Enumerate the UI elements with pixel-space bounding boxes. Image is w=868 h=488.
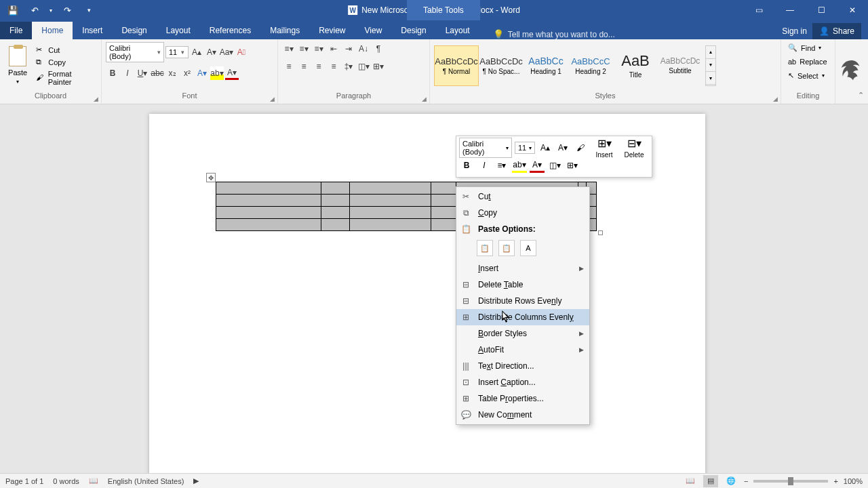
mini-insert-button[interactable]: ⊞▾Insert (591, 137, 618, 159)
text-effects-icon[interactable]: A▾ (195, 66, 209, 80)
ctx-new-comment[interactable]: 💬New Comment (456, 407, 589, 423)
dialog-launcher-icon[interactable]: ◢ (773, 96, 778, 102)
table-move-handle[interactable]: ✥ (206, 173, 216, 182)
mini-font-color-icon[interactable]: A▾ (530, 158, 545, 173)
superscript-button[interactable]: x² (180, 66, 194, 80)
styles-gallery[interactable]: AaBbCcDc¶ NormalAaBbCcDc¶ No Spac...AaBb… (434, 43, 703, 89)
zoom-in-button[interactable]: + (833, 477, 837, 485)
align-center-icon[interactable]: ≡ (297, 60, 311, 73)
numbering-icon[interactable]: ≡▾ (297, 42, 311, 56)
paste-keep-formatting-icon[interactable]: 📋 (477, 240, 493, 256)
align-left-icon[interactable]: ≡ (282, 60, 296, 73)
read-mode-icon[interactable]: 📖 (683, 475, 698, 487)
tab-references[interactable]: References (200, 22, 260, 39)
italic-button[interactable]: I (121, 66, 134, 80)
ctx-table-properties[interactable]: ⊞Table Properties... (456, 390, 589, 407)
macro-icon[interactable]: ▶ (193, 476, 199, 485)
tab-insert[interactable]: Insert (73, 22, 112, 39)
qat-customize-icon[interactable]: ▾ (80, 2, 98, 18)
dialog-launcher-icon[interactable]: ◢ (94, 96, 98, 102)
ctx-cut[interactable]: ✂Cut (456, 188, 589, 205)
font-color-icon[interactable]: A▾ (225, 66, 239, 80)
font-size-combo[interactable]: 11▾ (165, 46, 189, 58)
zoom-level[interactable]: 100% (844, 477, 863, 485)
ctx-distribute-rows[interactable]: ⊟Distribute Rows Evenly (456, 293, 589, 309)
ctx-delete-table[interactable]: ⊟Delete Table (456, 277, 589, 293)
web-layout-icon[interactable]: 🌐 (724, 475, 738, 487)
copy-button[interactable]: ⧉Copy (34, 57, 97, 68)
tab-home[interactable]: Home (32, 22, 73, 39)
mini-bold-button[interactable]: B (459, 158, 474, 173)
ctx-insert-caption[interactable]: ⊡Insert Caption... (456, 374, 589, 390)
mini-format-painter-icon[interactable]: 🖌 (573, 140, 588, 155)
multilevel-list-icon[interactable]: ≡▾ (312, 42, 326, 56)
show-hide-icon[interactable]: ¶ (372, 42, 385, 56)
style-item[interactable]: AaBTitle (613, 45, 658, 86)
style-item[interactable]: AaBbCcDc¶ Normal (434, 45, 479, 86)
print-layout-icon[interactable]: ▤ (703, 475, 718, 487)
font-name-combo[interactable]: Calibri (Body)▾ (106, 42, 164, 62)
mini-highlight-icon[interactable]: ab▾ (512, 158, 527, 173)
sign-in-link[interactable]: Sign in (782, 26, 807, 36)
language-indicator[interactable]: English (United States) (108, 477, 184, 485)
scroll-down-icon[interactable]: ▾ (706, 59, 715, 72)
page-indicator[interactable]: Page 1 of 1 (5, 477, 43, 485)
ctx-border-styles[interactable]: Border Styles▶ (456, 325, 589, 342)
paste-button[interactable]: Paste ▾ (4, 43, 31, 89)
dialog-launcher-icon[interactable]: ◢ (422, 96, 427, 102)
maximize-icon[interactable]: ☐ (806, 0, 837, 20)
increase-indent-icon[interactable]: ⇥ (342, 42, 355, 56)
borders-icon[interactable]: ⊞▾ (372, 60, 385, 73)
styles-scroll[interactable]: ▴ ▾ ▾ (705, 45, 716, 86)
tab-table-design[interactable]: Design (391, 22, 435, 39)
undo-icon[interactable]: ↶ (26, 2, 43, 18)
mini-italic-button[interactable]: I (477, 158, 492, 173)
zoom-out-button[interactable]: − (744, 477, 748, 485)
mini-size-combo[interactable]: 11▾ (515, 142, 535, 154)
justify-icon[interactable]: ≡ (327, 60, 340, 73)
replace-button[interactable]: abReplace (785, 56, 830, 67)
subscript-button[interactable]: x₂ (165, 66, 179, 80)
close-icon[interactable]: ✕ (837, 0, 868, 20)
sort-icon[interactable]: A↓ (357, 42, 370, 56)
tab-table-layout[interactable]: Layout (436, 22, 479, 39)
table-resize-handle[interactable] (598, 230, 603, 235)
minimize-icon[interactable]: — (774, 0, 806, 20)
strikethrough-button[interactable]: abc (151, 66, 164, 80)
change-case-icon[interactable]: Aa▾ (220, 45, 233, 59)
style-item[interactable]: AaBbCcDcSubtitle (658, 45, 703, 86)
mini-grow-font-icon[interactable]: A▴ (538, 140, 553, 155)
zoom-slider[interactable] (753, 480, 828, 483)
ctx-distribute-columns[interactable]: ⊞Distribute Columns Evenly (456, 309, 589, 325)
style-item[interactable]: AaBbCcHeading 1 (524, 45, 568, 86)
paste-text-only-icon[interactable]: A (520, 240, 536, 256)
bullets-icon[interactable]: ≡▾ (282, 42, 296, 56)
redo-icon[interactable]: ↷ (58, 2, 76, 18)
format-painter-button[interactable]: 🖌Format Painter (34, 69, 97, 87)
styles-more-icon[interactable]: ▾ (706, 72, 715, 85)
mini-borders-icon[interactable]: ⊞▾ (565, 158, 580, 173)
mini-align-icon[interactable]: ≡▾ (494, 158, 509, 173)
share-button[interactable]: 👤 Share (812, 23, 861, 39)
tab-mailings[interactable]: Mailings (260, 22, 309, 39)
ribbon-display-options-icon[interactable]: ▭ (743, 0, 774, 20)
find-button[interactable]: 🔍Find▾ (785, 42, 824, 54)
bold-button[interactable]: B (106, 66, 119, 80)
mini-shading-icon[interactable]: ◫▾ (547, 158, 562, 173)
mini-font-combo[interactable]: Calibri (Body)▾ (459, 138, 512, 158)
dialog-launcher-icon[interactable]: ◢ (270, 96, 275, 102)
grow-font-icon[interactable]: A▴ (190, 45, 203, 59)
ctx-autofit[interactable]: AutoFit▶ (456, 342, 589, 358)
mini-delete-button[interactable]: ⊟▾Delete (620, 137, 648, 159)
shading-icon[interactable]: ◫▾ (357, 60, 370, 73)
save-icon[interactable]: 💾 (4, 2, 22, 18)
undo-dropdown-icon[interactable]: ▾ (47, 2, 54, 18)
select-button[interactable]: ↖Select▾ (785, 70, 827, 81)
tab-view[interactable]: View (355, 22, 392, 39)
ctx-copy[interactable]: ⧉Copy (456, 205, 589, 221)
ctx-insert[interactable]: Insert▶ (456, 260, 589, 277)
paste-merge-icon[interactable]: 📋 (498, 240, 515, 256)
tab-file[interactable]: File (0, 22, 32, 39)
tell-me-search[interactable]: 💡 Tell me what you want to do... (479, 29, 783, 39)
cut-button[interactable]: ✂Cut (34, 45, 97, 56)
